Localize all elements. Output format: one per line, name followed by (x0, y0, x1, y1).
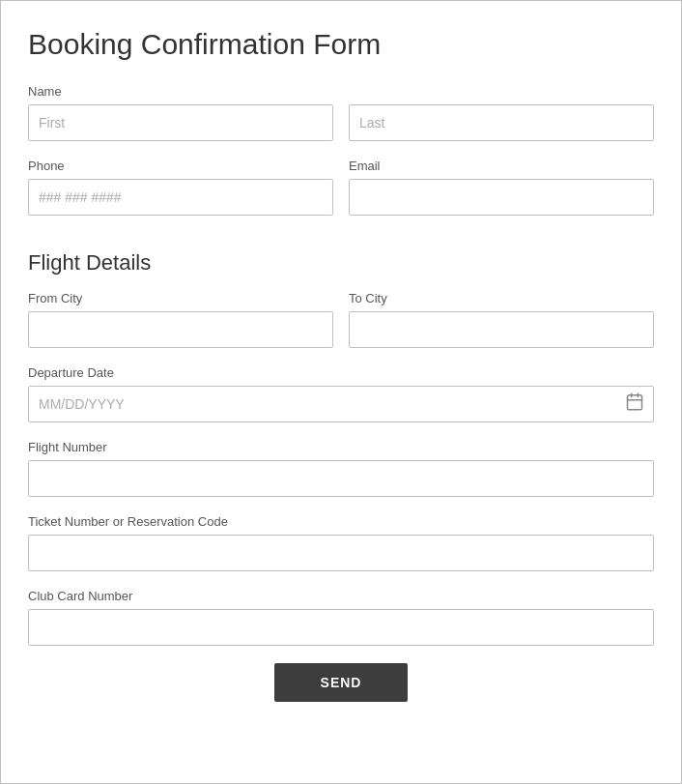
phone-group: Phone (28, 159, 333, 216)
booking-form: Booking Confirmation Form Name Phone Ema… (0, 0, 682, 784)
to-city-input[interactable] (349, 311, 654, 348)
name-label: Name (28, 84, 654, 99)
to-city-group: To City (349, 291, 654, 348)
ticket-number-label: Ticket Number or Reservation Code (28, 514, 654, 529)
flight-number-input[interactable] (28, 460, 654, 497)
name-row (28, 104, 654, 141)
phone-input[interactable] (28, 179, 333, 216)
ticket-number-group: Ticket Number or Reservation Code (28, 514, 654, 571)
from-city-group: From City (28, 291, 333, 348)
from-city-input[interactable] (28, 311, 333, 348)
departure-date-group: Departure Date (28, 365, 654, 422)
last-name-group (349, 104, 654, 141)
flight-number-label: Flight Number (28, 440, 654, 454)
form-title: Booking Confirmation Form (28, 28, 654, 61)
flight-number-group: Flight Number (28, 440, 654, 497)
send-btn-row: SEND (28, 663, 654, 702)
email-group: Email (349, 159, 654, 216)
email-input[interactable] (349, 179, 654, 216)
date-wrapper (28, 386, 654, 422)
phone-label: Phone (28, 159, 333, 173)
from-city-label: From City (28, 291, 333, 305)
flight-details-title: Flight Details (28, 250, 654, 276)
club-card-group: Club Card Number (28, 589, 654, 646)
name-section: Name (28, 84, 654, 141)
departure-date-input[interactable] (28, 386, 654, 422)
departure-date-label: Departure Date (28, 365, 654, 380)
club-card-input[interactable] (28, 609, 654, 646)
club-card-label: Club Card Number (28, 589, 654, 603)
ticket-number-input[interactable] (28, 535, 654, 571)
city-row: From City To City (28, 291, 654, 348)
email-label: Email (349, 159, 654, 173)
last-name-input[interactable] (349, 104, 654, 141)
send-button[interactable]: SEND (274, 663, 409, 702)
to-city-label: To City (349, 291, 654, 305)
first-name-input[interactable] (28, 104, 333, 141)
first-name-group (28, 104, 333, 141)
phone-email-row: Phone Email (28, 159, 654, 233)
